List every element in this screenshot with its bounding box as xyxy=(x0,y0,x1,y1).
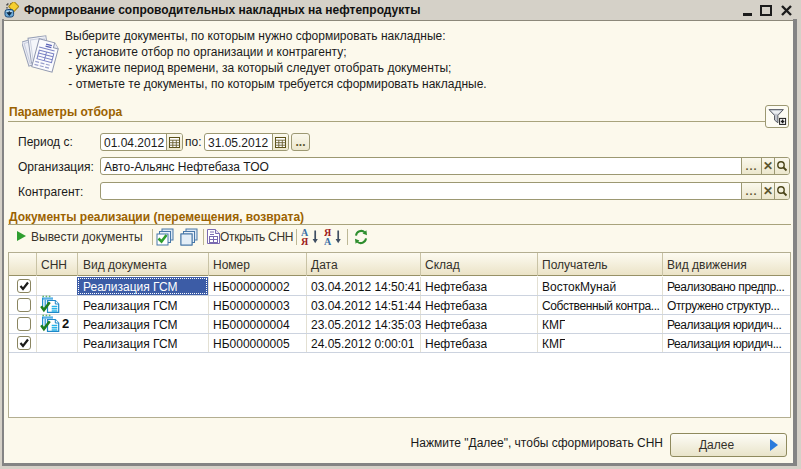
svg-text:Я: Я xyxy=(301,236,309,246)
svg-text:А: А xyxy=(324,236,332,246)
